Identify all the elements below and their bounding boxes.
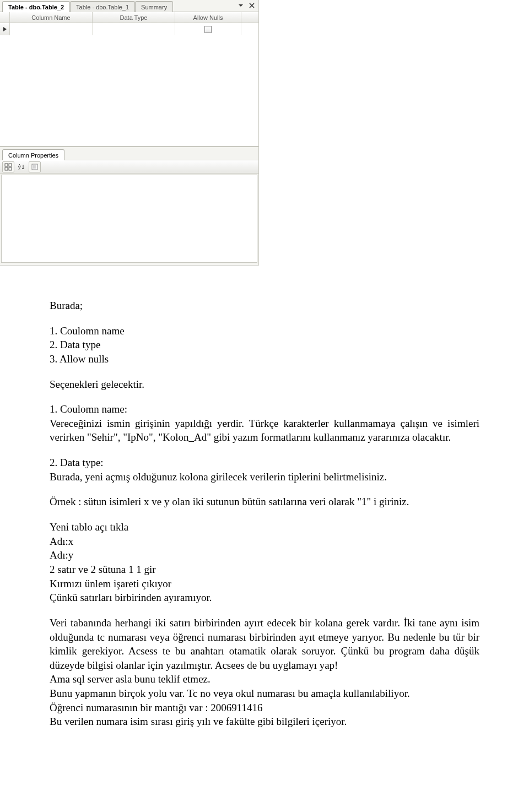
tab-dropdown-icon[interactable] — [236, 1, 245, 10]
text-line: Seçenekleri gelecektir. — [50, 377, 479, 392]
text-line: Bu verilen numara isim sırası giriş yılı… — [50, 714, 479, 729]
header-data-type: Data Type — [93, 12, 175, 23]
allow-nulls-checkbox[interactable] — [204, 26, 212, 33]
row-gutter-header — [0, 12, 10, 23]
tab-label: Column Properties — [8, 152, 58, 159]
column-properties-panel: Column Properties A Z — [0, 147, 258, 263]
categorized-view-button[interactable] — [2, 161, 14, 172]
text-line: 2. Data type — [50, 338, 479, 352]
designer-grid-header: Column Name Data Type Allow Nulls — [0, 12, 258, 23]
ssms-screenshot: Table - dbo.Table_2 Table - dbo.Table_1 … — [0, 0, 259, 266]
tab-close-icon[interactable] — [247, 1, 256, 10]
column-properties-tabstrip: Column Properties — [0, 147, 258, 160]
text-line: Adı:y — [50, 548, 479, 562]
row-selector-icon[interactable] — [0, 23, 10, 35]
tab-label: Table - dbo.Table_1 — [76, 4, 129, 10]
alphabetical-view-button[interactable]: A Z — [15, 161, 28, 172]
tab-summary[interactable]: Summary — [135, 1, 173, 12]
svg-rect-1 — [9, 164, 12, 166]
svg-text:Z: Z — [18, 167, 21, 171]
tab-table-1[interactable]: Table - dbo.Table_1 — [70, 1, 135, 12]
column-properties-body — [1, 175, 257, 263]
text-heading: 2. Data type: — [50, 456, 479, 470]
tab-label: Table - dbo.Table_2 — [8, 4, 64, 10]
text-line: Çünkü satırları birbirinden ayıramıyor. — [50, 591, 479, 605]
text-line: Ama sql server asla bunu teklif etmez. — [50, 672, 479, 686]
text-line: 1. Coulomn name — [50, 324, 479, 338]
tab-table-2[interactable]: Table - dbo.Table_2 — [2, 1, 70, 12]
cell-column-name[interactable] — [10, 23, 93, 35]
article-body: Burada; 1. Coulomn name 2. Data type 3. … — [0, 266, 529, 751]
text-line: Bunu yapmanın birçok yolu var. Tc no vey… — [50, 686, 479, 701]
document-tab-strip: Table - dbo.Table_2 Table - dbo.Table_1 … — [0, 0, 258, 12]
property-pages-button[interactable] — [29, 161, 41, 172]
column-name-input[interactable] — [12, 26, 90, 33]
text-line: Adı:x — [50, 534, 479, 549]
text-line: Kırmızı ünlem işareti çıkıyor — [50, 577, 479, 591]
tab-label: Summary — [141, 4, 167, 10]
text-line: Burada, yeni açmış olduğunuz kolona giri… — [50, 470, 479, 484]
svg-rect-3 — [9, 167, 12, 170]
header-column-name: Column Name — [10, 12, 93, 23]
cell-allow-nulls[interactable] — [175, 23, 241, 35]
tab-column-properties[interactable]: Column Properties — [2, 149, 64, 160]
svg-rect-2 — [5, 167, 8, 170]
table-row — [0, 23, 258, 35]
cell-data-type[interactable] — [93, 23, 175, 35]
header-allow-nulls: Allow Nulls — [175, 12, 241, 23]
svg-rect-0 — [5, 164, 8, 166]
text-line: Öğrenci numarasının bir mantığı var : 20… — [50, 701, 479, 715]
column-properties-toolbar: A Z — [0, 160, 258, 174]
text-line: Yeni tablo açı tıkla — [50, 520, 479, 534]
text-heading: 1. Coulomn name: — [50, 402, 479, 416]
text-line: Örnek : sütun isimleri x ve y olan iki s… — [50, 495, 479, 509]
text-paragraph: Vereceğinizi ismin girişinin yapıldığı y… — [50, 416, 479, 445]
text-line: Burada; — [50, 299, 479, 313]
text-line: 2 satır ve 2 sütuna 1 1 gir — [50, 562, 479, 577]
designer-grid — [0, 23, 258, 147]
text-line: 3. Allow nulls — [50, 352, 479, 366]
text-paragraph: Veri tabanında herhangi iki satırı birbi… — [50, 616, 479, 673]
